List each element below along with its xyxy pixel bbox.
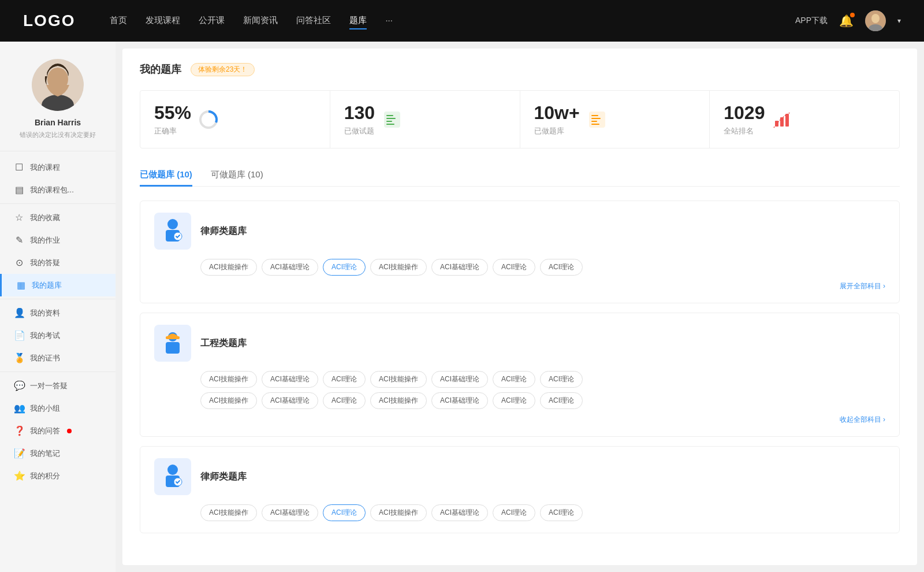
tag-3-5[interactable]: ACI理论: [493, 504, 535, 521]
app-download-button[interactable]: APP下载: [795, 16, 828, 26]
sidebar-item-groups[interactable]: 👥 我的小组: [0, 397, 116, 419]
bar-chart-icon: [773, 110, 791, 129]
lawyer-icon-1: [154, 213, 191, 250]
tag-1-6[interactable]: ACI理论: [540, 259, 583, 276]
svg-rect-10: [386, 115, 393, 116]
sidebar-item-homework[interactable]: ✎ 我的作业: [0, 229, 116, 251]
bank-card-title-3: 律师类题库: [200, 471, 247, 483]
sidebar-item-profile[interactable]: 👤 我的资料: [0, 302, 116, 324]
user-menu-chevron[interactable]: ▾: [897, 17, 901, 25]
stat-done-banks-value: 10w+: [534, 102, 580, 124]
stat-accuracy-text: 55% 正确率: [154, 102, 191, 136]
tag-2-0[interactable]: ACI技能操作: [200, 371, 257, 388]
stat-done-questions-value: 130: [344, 102, 375, 124]
tab-done-banks[interactable]: 已做题库 (10): [140, 165, 192, 187]
sidebar-item-favorites[interactable]: ☆ 我的收藏: [0, 206, 116, 229]
sidebar-item-questions[interactable]: ⊙ 我的答疑: [0, 251, 116, 274]
profile-avatar: [32, 59, 84, 111]
bank-card-engineer: 工程类题库 ACI技能操作 ACI基础理论 ACI理论 ACI技能操作 ACI基…: [140, 313, 900, 437]
tag-2-10[interactable]: ACI技能操作: [370, 392, 427, 409]
bank-card-header-2: 工程类题库: [154, 325, 885, 362]
sidebar-item-points[interactable]: ⭐ 我的积分: [0, 465, 116, 487]
tag-1-1[interactable]: ACI基础理论: [262, 259, 318, 276]
tag-2-13[interactable]: ACI理论: [540, 392, 583, 409]
svg-rect-12: [386, 121, 392, 122]
svg-rect-11: [386, 118, 396, 119]
bank-card-tags-2-row2: ACI技能操作 ACI基础理论 ACI理论 ACI技能操作 ACI基础理论 AC…: [154, 392, 885, 409]
stat-accuracy-label: 正确率: [154, 126, 191, 136]
sidebar-profile: Brian Harris 错误的决定比没有决定要好: [0, 42, 116, 151]
svg-rect-9: [384, 112, 400, 128]
tag-3-4[interactable]: ACI基础理论: [431, 504, 488, 521]
svg-point-1: [871, 14, 880, 23]
questions-icon: ⊙: [14, 257, 24, 268]
stats-row: 55% 正确率 130 已做试题: [140, 90, 900, 148]
sidebar-item-tutoring[interactable]: 💬 一对一答疑: [0, 374, 116, 397]
sidebar-item-label: 我的作业: [30, 235, 60, 246]
tag-3-1[interactable]: ACI基础理论: [262, 504, 318, 521]
sidebar-item-certificates[interactable]: 🏅 我的证书: [0, 347, 116, 369]
tag-2-8[interactable]: ACI基础理论: [262, 392, 318, 409]
nav-link-courses[interactable]: 发现课程: [146, 13, 180, 29]
tag-2-5[interactable]: ACI理论: [493, 371, 535, 388]
tag-2-6[interactable]: ACI理论: [540, 371, 583, 388]
tag-1-5[interactable]: ACI理论: [493, 259, 535, 276]
sidebar: Brian Harris 错误的决定比没有决定要好 ☐ 我的课程 ▤ 我的课程包…: [0, 42, 116, 572]
stat-rank-label: 全站排名: [724, 126, 765, 136]
tag-1-3[interactable]: ACI技能操作: [370, 259, 427, 276]
svg-rect-17: [591, 121, 597, 122]
sidebar-menu: ☐ 我的课程 ▤ 我的课程包... ☆ 我的收藏 ✎ 我的作业 ⊙ 我的答疑 ▦: [0, 151, 116, 492]
tag-1-2[interactable]: ACI理论: [323, 259, 366, 276]
tag-2-11[interactable]: ACI基础理论: [431, 392, 488, 409]
sidebar-item-label: 我的积分: [30, 471, 60, 481]
trial-badge: 体验剩余23天！: [191, 63, 255, 76]
tag-3-6[interactable]: ACI理论: [540, 504, 583, 521]
sidebar-item-my-qa[interactable]: ❓ 我的问答: [0, 419, 116, 442]
tag-2-7[interactable]: ACI技能操作: [200, 392, 257, 409]
notification-bell[interactable]: 🔔: [839, 14, 854, 28]
bank-expand-2[interactable]: 收起全部科目 ›: [154, 415, 885, 425]
svg-rect-21: [785, 114, 789, 127]
stat-accuracy: 55% 正确率: [140, 91, 330, 148]
stat-done-questions-icon: [382, 109, 403, 130]
svg-point-22: [167, 219, 178, 229]
lawyer-figure-icon-2: [159, 463, 187, 491]
bank-card-tags-3: ACI技能操作 ACI基础理论 ACI理论 ACI技能操作 ACI基础理论 AC…: [154, 504, 885, 521]
tag-1-4[interactable]: ACI基础理论: [431, 259, 488, 276]
user-avatar[interactable]: [865, 10, 886, 31]
tag-2-2[interactable]: ACI理论: [323, 371, 366, 388]
tag-1-0[interactable]: ACI技能操作: [200, 259, 257, 276]
tag-3-0[interactable]: ACI技能操作: [200, 504, 257, 521]
nav-link-qa[interactable]: 问答社区: [296, 13, 331, 29]
nav-link-news[interactable]: 新闻资讯: [243, 13, 278, 29]
svg-rect-14: [589, 112, 605, 128]
nav-link-more[interactable]: ···: [385, 13, 393, 29]
sidebar-item-label: 我的收藏: [30, 213, 60, 223]
bank-icon: ▦: [16, 280, 26, 291]
bank-expand-1[interactable]: 展开全部科目 ›: [154, 281, 885, 291]
tag-2-12[interactable]: ACI理论: [493, 392, 535, 409]
sidebar-item-question-bank[interactable]: ▦ 我的题库: [0, 274, 116, 296]
nav-link-home[interactable]: 首页: [110, 13, 127, 29]
tag-2-1[interactable]: ACI基础理论: [262, 371, 318, 388]
sidebar-item-course-packages[interactable]: ▤ 我的课程包...: [0, 179, 116, 201]
nav-logo: LOGO: [23, 12, 75, 30]
bank-card-header-1: 律师类题库: [154, 213, 885, 250]
bank-card-lawyer-2: 律师类题库 ACI技能操作 ACI基础理论 ACI理论 ACI技能操作 ACI基…: [140, 446, 900, 533]
tag-2-4[interactable]: ACI基础理论: [431, 371, 488, 388]
sidebar-item-notes[interactable]: 📝 我的笔记: [0, 442, 116, 465]
list-green-icon: [383, 110, 401, 129]
nav-right: APP下载 🔔 ▾: [795, 10, 901, 31]
nav-link-bank[interactable]: 题库: [349, 13, 367, 29]
tag-2-3[interactable]: ACI技能操作: [370, 371, 427, 388]
tag-3-3[interactable]: ACI技能操作: [370, 504, 427, 521]
tag-2-9[interactable]: ACI理论: [323, 392, 366, 409]
tab-available-banks[interactable]: 可做题库 (10): [211, 165, 263, 187]
nav-link-open[interactable]: 公开课: [199, 13, 225, 29]
tag-3-2[interactable]: ACI理论: [323, 504, 366, 521]
sidebar-item-exams[interactable]: 📄 我的考试: [0, 324, 116, 347]
stat-done-questions-label: 已做试题: [344, 126, 375, 136]
stat-done-questions-text: 130 已做试题: [344, 102, 375, 136]
sidebar-item-my-courses[interactable]: ☐ 我的课程: [0, 156, 116, 179]
pie-chart-icon: [199, 110, 218, 129]
